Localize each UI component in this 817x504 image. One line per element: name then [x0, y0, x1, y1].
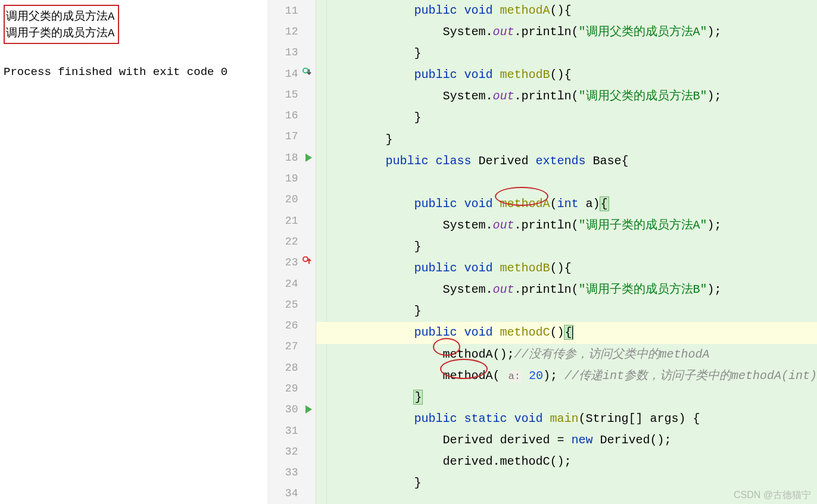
code-line[interactable]: } — [328, 43, 817, 64]
gutter-line-number[interactable]: 13 — [267, 42, 316, 63]
gutter-line-number[interactable]: 18 — [267, 147, 316, 168]
editor-gutter[interactable]: 1112131415161718192021222324252627282930… — [267, 0, 316, 504]
code-line[interactable] — [328, 172, 817, 193]
console-output-box: 调用父类的成员方法A 调用子类的成员方法A — [4, 5, 119, 44]
code-line[interactable]: derived.methodC(); — [328, 451, 817, 472]
code-line[interactable]: Derived derived = new Derived(); — [328, 430, 817, 451]
code-line[interactable]: System.out.println("调用子类的成员方法B"); — [328, 279, 817, 300]
code-line[interactable]: } — [328, 236, 817, 258]
console-line: 调用子类的成员方法A — [6, 25, 114, 42]
code-lines[interactable]: public void methodA(){ System.out.printl… — [316, 0, 817, 504]
code-line[interactable]: } — [328, 387, 817, 408]
code-line[interactable]: public void methodC(){ — [316, 322, 817, 343]
gutter-line-number[interactable]: 23 — [267, 252, 316, 273]
gutter-line-number[interactable]: 12 — [267, 21, 316, 42]
console-line: 调用父类的成员方法A — [6, 8, 114, 25]
gutter-line-number[interactable]: 24 — [267, 273, 316, 294]
code-line[interactable]: public class Derived extends Base{ — [328, 151, 817, 172]
code-line[interactable]: } — [328, 300, 817, 322]
gutter-line-number[interactable]: 29 — [267, 378, 316, 399]
svg-point-0 — [303, 68, 308, 73]
gutter-line-number[interactable]: 11 — [267, 0, 316, 21]
gutter-line-number[interactable]: 25 — [267, 294, 316, 315]
code-line[interactable]: methodA();//没有传参，访问父类中的methodA — [328, 344, 817, 365]
code-line[interactable]: methodA( a: 20); //传递int参数，访问子类中的methodA… — [328, 365, 817, 387]
gutter-line-number[interactable]: 31 — [267, 420, 316, 441]
code-line[interactable]: System.out.println("调用父类的成员方法B"); — [328, 86, 817, 107]
code-line[interactable]: } — [328, 129, 817, 151]
gutter-line-number[interactable]: 14 — [267, 63, 316, 84]
gutter-line-number[interactable]: 33 — [267, 462, 316, 483]
code-line[interactable]: public static void main(String[] args) { — [328, 408, 817, 430]
code-area[interactable]: public void methodA(){ System.out.printl… — [316, 0, 817, 504]
override-up-icon[interactable] — [303, 256, 312, 269]
process-exit-line: Process finished with exit code 0 — [4, 65, 264, 79]
console-panel: 调用父类的成员方法A 调用子类的成员方法A Process finished w… — [0, 0, 267, 504]
gutter-line-number[interactable]: 26 — [267, 315, 316, 336]
code-line[interactable]: public void methodB(){ — [328, 258, 817, 279]
gutter-line-number[interactable]: 27 — [267, 336, 316, 357]
code-line[interactable]: System.out.println("调用子类的成员方法A"); — [328, 215, 817, 236]
gutter-line-number[interactable]: 21 — [267, 210, 316, 231]
code-line[interactable]: } — [328, 107, 817, 129]
run-icon[interactable] — [305, 405, 312, 414]
run-icon[interactable] — [305, 154, 312, 162]
code-line[interactable]: public void methodB(){ — [328, 64, 817, 86]
gutter-line-number[interactable]: 19 — [267, 168, 316, 189]
override-down-icon[interactable] — [303, 67, 312, 80]
gutter-line-number[interactable]: 34 — [267, 483, 316, 504]
code-line[interactable]: public void methodA(int a){ — [328, 193, 817, 215]
gutter-line-number[interactable]: 15 — [267, 84, 316, 105]
gutter-line-number[interactable]: 28 — [267, 357, 316, 378]
gutter-line-number[interactable]: 20 — [267, 189, 316, 210]
editor-panel: 1112131415161718192021222324252627282930… — [267, 0, 817, 504]
gutter-line-number[interactable]: 17 — [267, 126, 316, 147]
code-line[interactable]: System.out.println("调用父类的成员方法A"); — [328, 21, 817, 43]
gutter-line-number[interactable]: 22 — [267, 231, 316, 252]
code-line[interactable]: public void methodA(){ — [328, 0, 817, 21]
gutter-line-number[interactable]: 30 — [267, 399, 316, 420]
watermark: CSDN @古德猫宁 — [734, 489, 811, 502]
gutter-line-number[interactable]: 16 — [267, 105, 316, 126]
gutter-line-number[interactable]: 32 — [267, 441, 316, 462]
